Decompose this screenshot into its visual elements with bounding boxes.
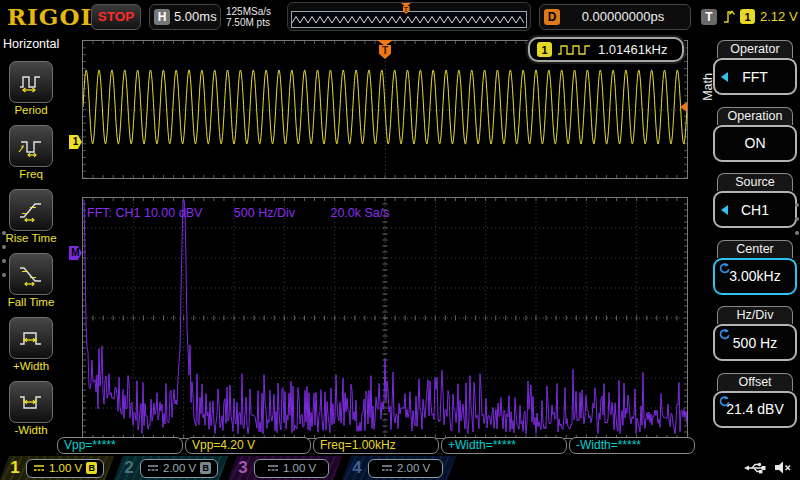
trigger-source-badge: 1 [740, 9, 755, 24]
period-icon [17, 70, 45, 94]
display-area: T 1 1.01461kHz 1 FFT: CH1 10.00 dBV 500 … [62, 33, 700, 456]
chevron-left-icon [721, 205, 728, 215]
menu-item-pos-width[interactable]: +Width [2, 317, 60, 372]
rise-time-icon [17, 198, 45, 222]
delay-box[interactable]: D 0.00000000ps [539, 4, 691, 30]
channel-3-status[interactable]: 3 1.00 V [228, 456, 342, 480]
fall-time-icon [17, 262, 45, 286]
softkey-value: 21.4 dBV [726, 401, 784, 417]
trigger-level-value: 2.12 V [760, 9, 798, 24]
measure-menu-title: Horizontal [0, 33, 62, 55]
fft-hzdiv: 500 Hz/Div [234, 206, 295, 220]
math-menu: Math Operator FFT Operation ON Source CH… [700, 33, 800, 480]
softkey-value: ON [745, 135, 766, 151]
softkey-title: Offset [717, 373, 793, 391]
fft-window: FFT: CH1 10.00 dBV 500 Hz/Div 20.0k Sa/s [82, 197, 688, 439]
timebase-box[interactable]: H 5.00ms [149, 4, 221, 30]
menu-item-label: -Width [2, 424, 60, 436]
softkey-operator[interactable]: Operator FFT [713, 40, 797, 95]
top-status-bar: RIGOL STOP H 5.00ms 125MSa/s 7.50M pts T… [0, 0, 800, 34]
usb-icon [742, 460, 766, 475]
channel-status-bar: 1 1.00 V B 2 2.00 V B 3 [0, 456, 800, 480]
ch1-position-marker: 1 [69, 135, 82, 149]
channel-scale: 1.00 V [283, 462, 316, 474]
softkey-title: Operator [717, 40, 793, 58]
menu-item-label: +Width [2, 360, 60, 372]
waveform-preview-strip[interactable]: T [287, 2, 531, 31]
fft-source-scale: FFT: CH1 10.00 dBV [87, 206, 202, 220]
dc-coupling-icon [33, 463, 45, 473]
channel-number: 1 [9, 458, 21, 478]
softkey-value: 3.00kHz [729, 268, 780, 284]
measurement-slot[interactable]: -Width=***** [569, 437, 695, 454]
channel-4-status[interactable]: 4 2.00 V [342, 456, 456, 480]
counter-channel-badge: 1 [537, 42, 552, 57]
menu-item-rise-time[interactable]: Rise Time [2, 189, 60, 244]
memory-depth: 7.50M pts [226, 17, 282, 28]
softkey-hzdiv[interactable]: Hz/Div 500 Hz [713, 306, 797, 361]
softkey-title: Source [717, 173, 793, 191]
menu-item-label: Freq [2, 168, 60, 180]
knob-rotate-icon [718, 328, 730, 340]
trigger-box[interactable]: T 1 2.12 V [701, 8, 798, 25]
menu-item-label: Rise Time [2, 232, 60, 244]
measurement-slot[interactable]: Freq=1.00kHz [313, 437, 439, 454]
speaker-muted-icon [774, 460, 792, 475]
knob-rotate-icon [718, 395, 730, 407]
menu-item-neg-width[interactable]: -Width [2, 381, 60, 436]
softkey-value: CH1 [741, 202, 769, 218]
fft-sample-rate: 20.0k Sa/s [330, 206, 389, 220]
softkey-center[interactable]: Center 3.00kHz [713, 240, 797, 295]
trigger-t-icon: T [403, 6, 410, 14]
oscilloscope-screen: RIGOL STOP H 5.00ms 125MSa/s 7.50M pts T… [0, 0, 800, 480]
fft-settings-readout: FFT: CH1 10.00 dBV 500 Hz/Div 20.0k Sa/s [87, 206, 390, 220]
softkey-offset[interactable]: Offset 21.4 dBV [713, 373, 797, 428]
menu-item-freq[interactable]: Freq [2, 125, 60, 180]
measurement-slot[interactable]: +Width=***** [441, 437, 567, 454]
softkey-title: Operation [717, 107, 793, 125]
softkey-source[interactable]: Source CH1 [713, 173, 797, 228]
channel-scale: 2.00 V [163, 462, 196, 474]
menu-item-fall-time[interactable]: Fall Time [2, 253, 60, 308]
preview-trigger-marker: T [401, 3, 411, 14]
dc-coupling-icon [267, 463, 279, 473]
channel-scale: 1.00 V [49, 462, 82, 474]
channel-2-status[interactable]: 2 2.00 V B [114, 456, 228, 480]
measurement-slot[interactable]: Vpp=***** [57, 437, 183, 454]
square-wave-icon [557, 43, 593, 56]
delay-value: 0.00000000ps [564, 9, 690, 24]
channel-1-status[interactable]: 1 1.00 V B [0, 456, 114, 480]
acquisition-info: 125MSa/s 7.50M pts [226, 6, 282, 28]
rising-edge-icon [722, 8, 735, 25]
bandwidth-limit-badge: B [86, 462, 97, 474]
dc-coupling-icon [381, 463, 393, 473]
menu-item-period[interactable]: Period [2, 61, 60, 116]
menu-item-label: Period [2, 104, 60, 116]
sample-rate: 125MSa/s [226, 6, 282, 17]
h-badge: H [154, 9, 170, 25]
menu-page-dots [2, 231, 6, 287]
chevron-left-icon [721, 72, 728, 82]
rigol-logo: RIGOL [7, 3, 83, 30]
knob-rotate-icon [718, 262, 730, 274]
softkey-value: FFT [742, 69, 768, 85]
preview-waveform [292, 13, 524, 26]
measurement-slot[interactable]: Vpp=4.20 V [185, 437, 311, 454]
counter-frequency-value: 1.01461kHz [598, 42, 667, 57]
bandwidth-limit-badge: B [200, 462, 211, 474]
menu-page-dots [795, 203, 799, 245]
dc-coupling-icon [147, 463, 159, 473]
measure-menu: Horizontal Period Freq [0, 33, 62, 456]
run-state-button[interactable]: STOP [91, 4, 141, 30]
math-position-marker: M [69, 246, 82, 260]
trigger-level-marker [680, 102, 687, 112]
menu-item-label: Fall Time [2, 296, 60, 308]
channel-number: 4 [351, 458, 363, 478]
minus-width-icon [17, 390, 45, 414]
plus-width-icon [17, 326, 45, 350]
fft-plot [83, 198, 687, 438]
channel-scale: 2.00 V [397, 462, 430, 474]
softkey-title: Hz/Div [717, 306, 793, 324]
trigger-t-icon: T [379, 45, 391, 59]
softkey-operation[interactable]: Operation ON [713, 107, 797, 162]
